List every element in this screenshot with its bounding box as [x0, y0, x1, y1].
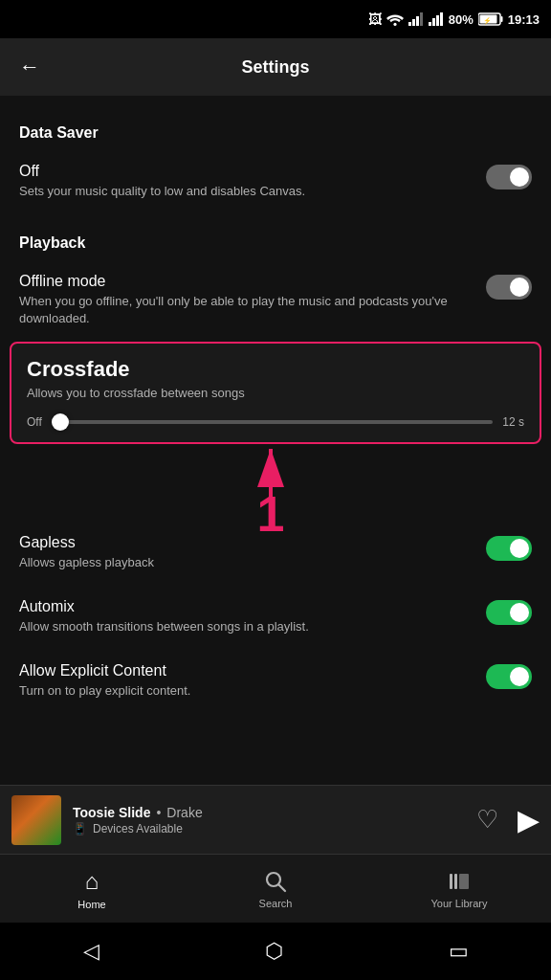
automix-desc: Allow smooth transitions between songs i…: [19, 618, 471, 635]
crossfade-slider[interactable]: [52, 420, 494, 424]
page-title: Settings: [241, 57, 309, 78]
automix-toggle-knob: [510, 603, 529, 622]
top-nav: ← Settings: [0, 38, 551, 96]
svg-rect-3: [416, 16, 419, 26]
crossfade-desc: Allows you to crossfade between songs: [27, 386, 524, 400]
data-saver-desc: Sets your music quality to low and disab…: [19, 183, 471, 200]
settings-content: Data Saver Off Sets your music quality t…: [0, 96, 551, 785]
automix-item: Automix Allow smooth transitions between…: [0, 585, 551, 649]
now-playing-bar[interactable]: Toosie Slide • Drake 📱 Devices Available…: [0, 785, 551, 854]
svg-rect-5: [429, 22, 431, 26]
svg-text:⚡: ⚡: [483, 16, 492, 25]
crossfade-title: Crossfade: [27, 357, 524, 382]
automix-toggle[interactable]: [486, 600, 532, 625]
data-saver-header: Data Saver: [0, 115, 551, 149]
image-icon: 🖼: [368, 11, 382, 27]
gapless-toggle-knob: [510, 539, 529, 558]
gapless-title: Gapless: [19, 534, 471, 551]
device-icon: 📱: [73, 822, 87, 835]
offline-mode-item: Offline mode When you go offline, you'll…: [0, 259, 551, 341]
svg-rect-6: [432, 18, 435, 26]
playback-header: Playback: [0, 225, 551, 259]
crossfade-item[interactable]: Crossfade Allows you to crossfade betwee…: [10, 342, 541, 444]
time-display: 19:13: [508, 12, 540, 27]
crossfade-thumb: [52, 413, 69, 431]
nav-library[interactable]: Your Library: [367, 869, 551, 909]
home-icon: ⌂: [85, 868, 99, 895]
svg-rect-10: [500, 16, 502, 22]
play-button[interactable]: ▶: [518, 803, 540, 836]
cellular-icon: [429, 12, 444, 26]
automix-title: Automix: [19, 598, 471, 615]
data-saver-section: Data Saver Off Sets your music quality t…: [0, 115, 551, 213]
album-thumbnail: [11, 795, 61, 845]
library-icon: [447, 869, 472, 894]
data-saver-item: Off Sets your music quality to low and d…: [0, 149, 551, 213]
battery-icon: ⚡: [478, 12, 503, 26]
explicit-toggle[interactable]: [486, 664, 532, 689]
track-title: Toosie Slide: [73, 805, 150, 820]
svg-rect-8: [440, 12, 443, 26]
data-saver-title: Off: [19, 163, 471, 180]
nav-home-label: Home: [77, 899, 105, 910]
svg-rect-1: [408, 22, 411, 26]
android-home-button[interactable]: ⬡: [265, 939, 283, 964]
svg-rect-17: [450, 874, 452, 889]
android-recents-button[interactable]: ▭: [449, 939, 469, 964]
search-icon: [263, 869, 288, 894]
status-bar: 🖼 80% ⚡ 19:13: [0, 0, 551, 38]
nav-search[interactable]: Search: [184, 869, 367, 909]
svg-rect-4: [420, 12, 423, 26]
offline-mode-toggle[interactable]: [486, 275, 532, 300]
data-saver-toggle-knob: [510, 167, 529, 187]
track-sub: 📱 Devices Available: [73, 822, 465, 835]
track-info: Toosie Slide • Drake 📱 Devices Available: [73, 805, 465, 835]
battery-text: 80%: [449, 12, 474, 27]
now-playing-controls: ♡ ▶: [476, 803, 540, 836]
data-saver-toggle[interactable]: [486, 165, 532, 189]
explicit-desc: Turn on to play explicit content.: [19, 682, 471, 700]
svg-line-16: [279, 884, 286, 891]
gapless-desc: Allows gapless playback: [19, 554, 471, 571]
android-nav: ◁ ⬡ ▭: [0, 923, 551, 980]
gapless-item: Gapless Allows gapless playback: [0, 521, 551, 585]
playback-section: Playback Offline mode When you go offlin…: [0, 225, 551, 713]
track-sub-text: Devices Available: [93, 822, 183, 835]
offline-mode-title: Offline mode: [19, 273, 471, 290]
nav-home[interactable]: ⌂ Home: [0, 868, 184, 910]
status-icons: 🖼 80% ⚡ 19:13: [368, 11, 540, 27]
explicit-title: Allow Explicit Content: [19, 662, 471, 679]
explicit-item: Allow Explicit Content Turn on to play e…: [0, 649, 551, 713]
bottom-nav: ⌂ Home Search Your Library: [0, 854, 551, 923]
play-icon: ▶: [518, 804, 540, 835]
heart-icon: ♡: [476, 805, 498, 834]
svg-point-0: [393, 23, 396, 26]
crossfade-label-off: Off: [27, 415, 42, 429]
svg-rect-2: [412, 19, 415, 26]
wifi-icon: [386, 12, 404, 26]
svg-rect-7: [436, 15, 439, 26]
track-artist: Drake: [166, 805, 202, 820]
track-dot: •: [156, 805, 161, 820]
svg-rect-19: [459, 874, 469, 889]
crossfade-label-12: 12 s: [502, 415, 524, 429]
back-button[interactable]: ←: [19, 55, 40, 79]
gapless-toggle[interactable]: [486, 536, 532, 561]
explicit-toggle-knob: [510, 667, 529, 686]
svg-rect-18: [454, 874, 457, 889]
crossfade-slider-row: Off 12 s: [27, 415, 524, 429]
android-back-button[interactable]: ◁: [83, 939, 99, 964]
offline-mode-desc: When you go offline, you'll only be able…: [19, 293, 471, 327]
nav-library-label: Your Library: [431, 898, 488, 909]
nav-search-label: Search: [259, 898, 293, 909]
like-button[interactable]: ♡: [476, 805, 498, 835]
offline-toggle-knob: [510, 278, 529, 297]
signal-icon: [408, 12, 424, 26]
